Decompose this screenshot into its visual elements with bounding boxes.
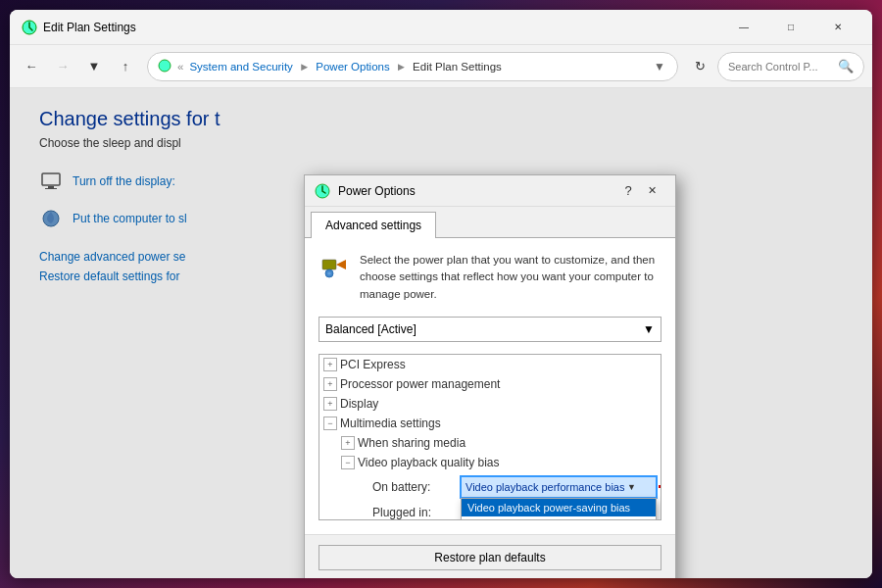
dialog-description: Select the power plan that you want to c… — [318, 252, 662, 303]
on-battery-select[interactable]: Video playback performance bias ▼ — [461, 476, 657, 498]
breadcrumb-current: Edit Plan Settings — [413, 61, 502, 73]
when-sharing-expand[interactable]: + — [341, 436, 355, 450]
processor-power-item: + Processor power management — [319, 374, 661, 394]
dialog-help-button[interactable]: ? — [618, 181, 638, 201]
breadcrumb-power-options[interactable]: Power Options — [316, 61, 389, 73]
navigation-bar: ← → ▼ ↑ « System and Security ► Power Op… — [10, 45, 872, 88]
dialog-body: Select the power plan that you want to c… — [305, 238, 675, 534]
display-label: Display — [340, 397, 378, 411]
plan-selector-value: Balanced [Active] — [325, 322, 416, 336]
recent-pages-button[interactable]: ▼ — [80, 53, 108, 80]
video-quality-label: Video playback quality bias — [358, 456, 500, 469]
up-button[interactable]: ↑ — [112, 53, 139, 80]
pci-express-item: + PCI Express — [319, 355, 661, 374]
title-bar: Edit Plan Settings — □ ✕ — [10, 10, 872, 45]
dialog-footer: Restore plan defaults OK Cancel Apply — [305, 534, 675, 578]
plan-selector-arrow: ▼ — [643, 322, 655, 336]
red-arrow-pointer — [659, 480, 662, 494]
battery-dropdown-popup: Video playback power-saving bias Video p… — [461, 498, 657, 520]
dialog-description-text: Select the power plan that you want to c… — [360, 252, 662, 303]
plan-selector-container: Balanced [Active] ▼ — [318, 317, 662, 342]
address-content: « System and Security ► Power Options ► … — [158, 59, 652, 74]
dialog-title: Power Options — [338, 184, 618, 198]
window-title: Edit Plan Settings — [43, 21, 721, 34]
search-input[interactable] — [728, 61, 832, 73]
content-area: Change settings for t Choose the sleep a… — [10, 88, 872, 578]
svg-point-1 — [159, 60, 171, 72]
advanced-settings-tab[interactable]: Advanced settings — [311, 212, 436, 238]
video-quality-item: − Video playback quality bias — [319, 453, 661, 472]
search-icon: 🔍 — [838, 59, 854, 74]
address-bar[interactable]: « System and Security ► Power Options ► … — [147, 52, 678, 81]
maximize-button[interactable]: □ — [768, 12, 813, 43]
back-button[interactable]: ← — [18, 53, 45, 80]
processor-power-label: Processor power management — [340, 377, 500, 391]
multimedia-label: Multimedia settings — [340, 416, 441, 430]
display-item: + Display — [319, 394, 661, 414]
arrow-line — [659, 485, 662, 488]
search-bar[interactable]: 🔍 — [717, 52, 864, 81]
multimedia-item: − Multimedia settings — [319, 414, 661, 433]
on-battery-select-control: Video playback performance bias ▼ Video … — [461, 476, 657, 498]
on-battery-item: On battery: Video playback performance b… — [319, 472, 661, 502]
dialog-title-bar: Power Options ? ✕ — [305, 175, 675, 207]
breadcrumb-system-security[interactable]: System and Security — [189, 61, 292, 73]
minimize-button[interactable]: — — [721, 12, 766, 43]
refresh-button[interactable]: ↻ — [686, 53, 713, 80]
display-expand[interactable]: + — [323, 397, 337, 411]
power-plan-icon — [318, 252, 350, 283]
processor-power-expand[interactable]: + — [323, 377, 337, 391]
video-quality-expand[interactable]: − — [341, 456, 355, 469]
dialog-tabs: Advanced settings — [305, 207, 675, 238]
window-controls: — □ ✕ — [721, 12, 860, 43]
pci-express-label: PCI Express — [340, 358, 406, 371]
multimedia-expand[interactable]: − — [323, 416, 337, 430]
on-battery-value: Video playback performance bias — [466, 481, 624, 493]
when-sharing-item: + When sharing media — [319, 433, 661, 453]
address-icon — [158, 59, 172, 74]
address-dropdown-button[interactable]: ▼ — [652, 59, 667, 74]
close-button[interactable]: ✕ — [815, 12, 860, 43]
settings-tree[interactable]: + PCI Express + Processor power manageme… — [318, 354, 662, 520]
dialog-close-button[interactable]: ✕ — [638, 179, 665, 203]
plugged-in-label: Plugged in: — [372, 506, 461, 519]
pci-express-expand[interactable]: + — [323, 358, 337, 371]
dropdown-option-power-saving[interactable]: Video playback power-saving bias — [462, 499, 656, 516]
svg-rect-7 — [322, 260, 336, 270]
restore-plan-defaults-button[interactable]: Restore plan defaults — [318, 545, 662, 570]
select-dropdown-arrow: ▼ — [627, 482, 636, 492]
plan-selector[interactable]: Balanced [Active] ▼ — [318, 317, 662, 342]
app-icon — [22, 20, 37, 35]
forward-button[interactable]: → — [49, 53, 76, 80]
power-options-dialog: Power Options ? ✕ Advanced settings — [304, 174, 676, 578]
dialog-icon — [315, 183, 330, 199]
when-sharing-label: When sharing media — [358, 436, 466, 450]
on-battery-label: On battery: — [372, 480, 461, 494]
browser-window: Edit Plan Settings — □ ✕ ← → ▼ ↑ « Syste… — [10, 10, 872, 578]
